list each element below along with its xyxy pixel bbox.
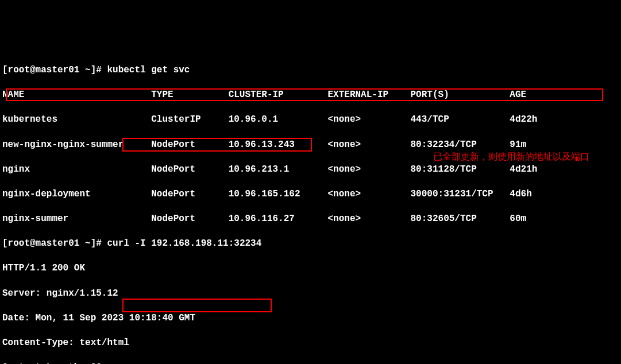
table-row: new-nginx-nginx-summer NodePort 10.96.13… [2,139,619,152]
command-text: curl -I 192.168.198.11:32234 [107,238,261,249]
table-row: nginx NodePort 10.96.213.1 <none> 80:311… [2,164,619,176]
output-line: HTTP/1.1 200 OK [2,262,619,275]
table-row: nginx-deployment NodePort 10.96.165.162 … [2,188,619,201]
output-line: Content-Type: text/html [2,337,619,350]
prompt: [root@master01 ~]# [2,238,107,249]
annotation-text: 已全部更新，则使用新的地址以及端口 [433,150,589,163]
prompt: [root@master01 ~]# [2,65,107,75]
terminal-output[interactable]: [root@master01 ~]# kubectl get svc NAME … [2,52,619,364]
highlight-box [122,299,272,312]
output-line: Date: Mon, 11 Sep 2023 10:18:40 GMT [2,312,619,325]
table-row: kubernetes ClusterIP 10.96.0.1 <none> 44… [2,114,619,126]
table-row: nginx-summer NodePort 10.96.116.27 <none… [2,213,619,226]
output-line: Content-Length: 20 [2,362,619,364]
table-header-row: NAME TYPE CLUSTER-IP EXTERNAL-IP PORT(S)… [2,89,619,102]
command-text: kubectl get svc [107,65,190,75]
output-line: Server: nginx/1.15.12 [2,288,619,300]
